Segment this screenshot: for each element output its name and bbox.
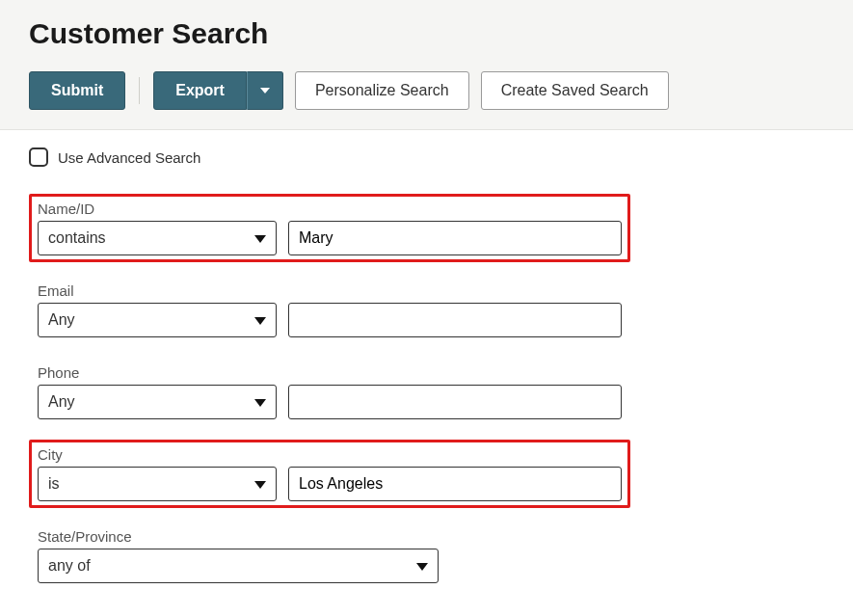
state-operator-select[interactable]: any of: [38, 549, 439, 583]
export-split-button: Export: [153, 71, 283, 110]
create-saved-search-button[interactable]: Create Saved Search: [481, 71, 669, 110]
submit-button[interactable]: Submit: [29, 71, 125, 110]
phone-input[interactable]: [288, 385, 622, 419]
export-dropdown-button[interactable]: [247, 71, 283, 110]
field-email: Email Any: [29, 276, 630, 344]
phone-operator-select[interactable]: Any: [38, 385, 277, 419]
advanced-search-row: Use Advanced Search: [29, 147, 824, 167]
phone-operator-value: Any: [48, 393, 75, 411]
state-operator-value: any of: [48, 557, 91, 575]
field-inputs-state: any of: [38, 549, 622, 583]
export-button[interactable]: Export: [153, 71, 247, 110]
email-operator-select[interactable]: Any: [38, 303, 277, 337]
page-title: Customer Search: [29, 17, 824, 50]
field-label-state: State/Province: [38, 528, 622, 545]
toolbar: Submit Export Personalize Search Create …: [29, 71, 824, 110]
advanced-search-checkbox[interactable]: [29, 147, 48, 167]
toolbar-separator: [139, 77, 140, 104]
email-input[interactable]: [288, 303, 622, 337]
field-city: City is: [29, 440, 630, 508]
city-input[interactable]: [288, 467, 622, 501]
field-name-id: Name/ID contains: [29, 194, 630, 262]
name-id-operator-select[interactable]: contains: [38, 221, 277, 255]
field-inputs-name-id: contains: [38, 221, 622, 255]
caret-down-icon: [254, 311, 266, 329]
field-phone: Phone Any: [29, 358, 630, 426]
field-inputs-email: Any: [38, 303, 622, 337]
caret-down-icon: [254, 229, 266, 247]
caret-down-icon: [254, 475, 266, 493]
field-state: State/Province any of: [29, 522, 630, 590]
header-area: Customer Search Submit Export Personaliz…: [0, 0, 853, 130]
advanced-search-label: Use Advanced Search: [58, 149, 200, 166]
city-operator-value: is: [48, 475, 60, 493]
caret-down-icon: [260, 84, 270, 98]
personalize-search-button[interactable]: Personalize Search: [295, 71, 469, 110]
field-label-email: Email: [38, 282, 622, 299]
city-operator-select[interactable]: is: [38, 467, 277, 501]
name-id-operator-value: contains: [48, 229, 106, 247]
caret-down-icon: [416, 557, 428, 575]
email-operator-value: Any: [48, 311, 75, 329]
field-label-city: City: [38, 446, 622, 463]
caret-down-icon: [254, 393, 266, 411]
field-inputs-city: is: [38, 467, 622, 501]
name-id-input[interactable]: [288, 221, 622, 255]
field-inputs-phone: Any: [38, 385, 622, 419]
field-label-name-id: Name/ID: [38, 201, 622, 217]
search-form: Use Advanced Search Name/ID contains Ema…: [0, 130, 853, 616]
field-label-phone: Phone: [38, 364, 622, 381]
